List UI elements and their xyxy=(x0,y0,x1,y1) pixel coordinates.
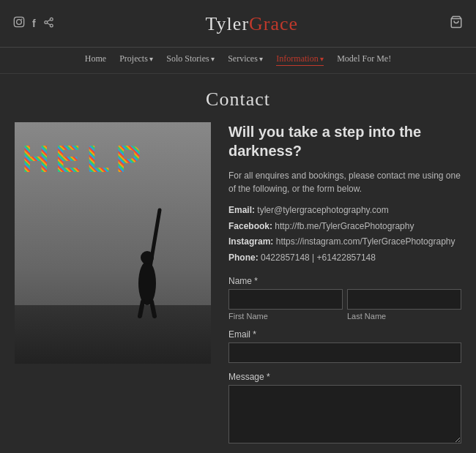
figure-silhouette xyxy=(134,188,174,320)
first-name-wrap: First Name xyxy=(228,289,343,321)
svg-point-3 xyxy=(50,18,53,20)
first-name-input[interactable] xyxy=(228,289,343,310)
message-group: Message * xyxy=(228,372,461,446)
instagram-icon[interactable] xyxy=(13,16,25,31)
main-nav: Home Projects Solo Stories Services Info… xyxy=(0,48,476,74)
contact-image: HELP xyxy=(15,122,211,364)
svg-line-12 xyxy=(140,302,143,316)
facebook-icon[interactable]: f xyxy=(32,18,36,29)
contact-description: For all enquires and bookings, please co… xyxy=(228,169,461,195)
svg-point-1 xyxy=(17,20,22,25)
content-area: HELP Will you take a step into the darkn… xyxy=(0,122,476,453)
contact-phone: Phone: 0422857148 | +61422857148 xyxy=(228,250,461,266)
contact-facebook: Facebook: http://fb.me/TylerGracePhotogr… xyxy=(228,219,461,235)
social-icons: f xyxy=(13,16,54,31)
svg-line-13 xyxy=(152,302,155,316)
contact-form: Name * First Name Last Name Email * xyxy=(228,276,461,453)
message-label: Message * xyxy=(228,372,461,382)
contact-instagram: Instagram: https://instagram.com/TylerGr… xyxy=(228,234,461,250)
share-icon[interactable] xyxy=(43,17,54,31)
last-name-wrap: Last Name xyxy=(347,289,461,321)
nav-model-for-me[interactable]: Model For Me! xyxy=(337,53,391,66)
svg-point-11 xyxy=(141,251,154,264)
contact-form-area: Will you take a step into the darkness? … xyxy=(228,122,461,453)
contact-info: Email: tyler@tylergracephotography.com F… xyxy=(228,203,461,266)
nav-home[interactable]: Home xyxy=(85,53,106,66)
help-text: HELP xyxy=(22,137,147,181)
message-input[interactable] xyxy=(228,385,461,443)
svg-point-10 xyxy=(138,261,156,305)
last-name-input[interactable] xyxy=(347,289,461,310)
last-name-label: Last Name xyxy=(347,312,461,321)
name-group: Name * First Name Last Name xyxy=(228,276,461,321)
svg-line-7 xyxy=(47,20,50,21)
nav-projects[interactable]: Projects xyxy=(119,53,153,66)
name-row: First Name Last Name xyxy=(228,289,461,321)
nav-information[interactable]: Information xyxy=(276,53,324,66)
email-label: Email * xyxy=(228,329,461,340)
email-input[interactable] xyxy=(228,342,461,363)
contact-heading: Will you take a step into the darkness? xyxy=(228,122,461,160)
svg-rect-0 xyxy=(14,17,23,26)
site-title: TylerGrace xyxy=(206,7,299,40)
svg-point-5 xyxy=(50,24,53,27)
email-group: Email * xyxy=(228,329,461,363)
svg-point-4 xyxy=(45,20,48,23)
top-bar: f TylerGrace xyxy=(0,0,476,47)
svg-line-6 xyxy=(47,23,50,24)
name-label: Name * xyxy=(228,276,461,286)
contact-email: Email: tyler@tylergracephotography.com xyxy=(228,203,461,219)
nav-services[interactable]: Services xyxy=(228,53,263,66)
svg-point-2 xyxy=(21,19,23,20)
page-title: Contact xyxy=(0,74,476,122)
cart-icon[interactable] xyxy=(450,15,463,31)
first-name-label: First Name xyxy=(228,312,343,321)
nav-solo-stories[interactable]: Solo Stories xyxy=(166,53,215,66)
